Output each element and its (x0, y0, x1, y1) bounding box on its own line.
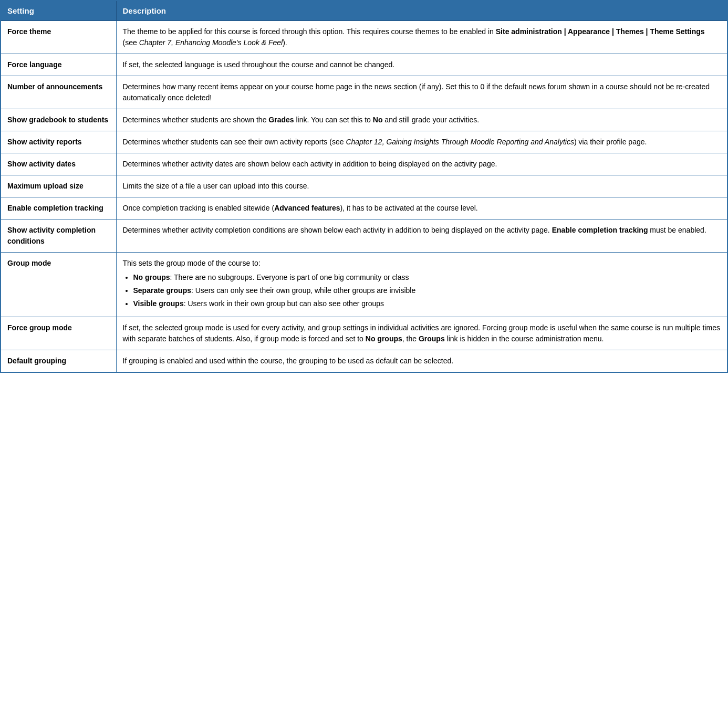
bold-text: Site administration | Appearance | Theme… (496, 27, 705, 36)
bold-text: Advanced features (274, 204, 340, 212)
list-item-bold: No groups (133, 273, 170, 281)
description-cell: The theme to be applied for this course … (116, 21, 727, 54)
bold-text: Grades (268, 116, 294, 124)
table-row: Show gradebook to studentsDetermines whe… (1, 109, 727, 131)
description-cell: Once completion tracking is enabled site… (116, 197, 727, 219)
list-item: Separate groups: Users can only see thei… (133, 285, 721, 296)
description-intro: This sets the group mode of the course t… (123, 259, 261, 267)
settings-table-container: Setting Description Force themeThe theme… (0, 0, 728, 373)
description-cell: Limits the size of a file a user can upl… (116, 175, 727, 197)
setting-cell: Show gradebook to students (1, 109, 116, 131)
description-cell: Determines whether activity completion c… (116, 219, 727, 253)
description-cell: If grouping is enabled and used within t… (116, 350, 727, 373)
setting-cell: Force language (1, 54, 116, 76)
table-row: Maximum upload sizeLimits the size of a … (1, 175, 727, 197)
setting-cell: Number of announcements (1, 76, 116, 109)
setting-cell: Force group mode (1, 317, 116, 350)
bold-text: No (373, 116, 383, 124)
setting-cell: Enable completion tracking (1, 197, 116, 219)
table-row: Show activity reportsDetermines whether … (1, 131, 727, 153)
setting-cell: Group mode (1, 253, 116, 317)
table-row: Force themeThe theme to be applied for t… (1, 21, 727, 54)
setting-cell: Default grouping (1, 350, 116, 373)
table-row: Group modeThis sets the group mode of th… (1, 253, 727, 317)
bold-text: No groups (366, 334, 402, 343)
table-body: Force themeThe theme to be applied for t… (1, 21, 727, 373)
description-cell: Determines whether activity dates are sh… (116, 153, 727, 175)
list-item: No groups: There are no subgroups. Every… (133, 272, 721, 283)
list-item-bold: Separate groups (133, 286, 191, 295)
setting-cell: Show activity completion conditions (1, 219, 116, 253)
list-item: Visible groups: Users work in their own … (133, 298, 721, 309)
bold-text: Enable completion tracking (552, 226, 648, 234)
table-row: Show activity datesDetermines whether ac… (1, 153, 727, 175)
setting-cell: Force theme (1, 21, 116, 54)
italic-text: Chapter 12, Gaining Insights Through Moo… (346, 138, 574, 146)
setting-cell: Show activity dates (1, 153, 116, 175)
table-row: Show activity completion conditionsDeter… (1, 219, 727, 253)
table-row: Force languageIf set, the selected langu… (1, 54, 727, 76)
table-row: Default groupingIf grouping is enabled a… (1, 350, 727, 373)
header-setting: Setting (1, 1, 116, 21)
italic-text: Chapter 7, Enhancing Moodle's Look & Fee… (139, 38, 283, 47)
table-row: Enable completion trackingOnce completio… (1, 197, 727, 219)
bold-text: Groups (419, 334, 445, 343)
setting-cell: Show activity reports (1, 131, 116, 153)
table-row: Number of announcementsDetermines how ma… (1, 76, 727, 109)
setting-cell: Maximum upload size (1, 175, 116, 197)
description-cell: Determines whether students are shown th… (116, 109, 727, 131)
description-cell: If set, the selected group mode is used … (116, 317, 727, 350)
description-list: No groups: There are no subgroups. Every… (133, 272, 721, 309)
description-cell: If set, the selected language is used th… (116, 54, 727, 76)
header-description: Description (116, 1, 727, 21)
description-cell: This sets the group mode of the course t… (116, 253, 727, 317)
table-row: Force group modeIf set, the selected gro… (1, 317, 727, 350)
list-item-bold: Visible groups (133, 299, 184, 308)
table-header-row: Setting Description (1, 1, 727, 21)
settings-table: Setting Description Force themeThe theme… (0, 0, 728, 373)
description-cell: Determines how many recent items appear … (116, 76, 727, 109)
description-cell: Determines whether students can see thei… (116, 131, 727, 153)
